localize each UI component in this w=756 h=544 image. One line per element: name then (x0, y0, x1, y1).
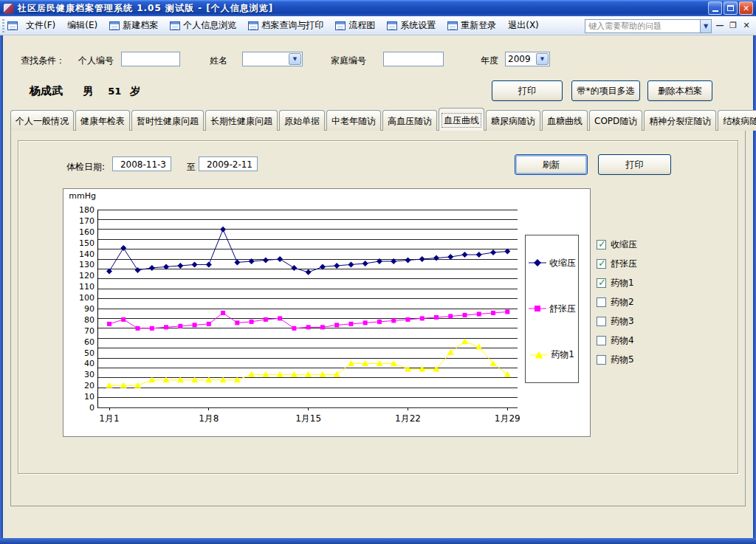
checkbox[interactable] (597, 355, 606, 365)
menu-item-3[interactable]: 个人信息浏览 (165, 16, 241, 35)
menu-item-0[interactable]: 文件(F) (21, 16, 61, 35)
year-combobox[interactable]: 2009 ▼ (505, 52, 550, 66)
menu-item-8[interactable]: 退出(X) (503, 16, 544, 35)
tab-7[interactable]: 血压曲线 (439, 108, 484, 131)
tab-3[interactable]: 长期性健康问题 (205, 110, 278, 131)
menu-item-5[interactable]: 流程图 (330, 16, 380, 35)
checkbox[interactable]: ✓ (597, 278, 606, 288)
patient-gender: 男 (83, 85, 94, 97)
bp-chart: 1801701601501401301201101009080706050403… (63, 188, 591, 437)
checkbox-label: 药物3 (611, 315, 634, 328)
toolbar-grip[interactable] (2, 19, 4, 32)
series-checkbox-list: ✓收缩压✓舒张压✓药物1药物2药物3药物4药物5 (597, 235, 637, 369)
legend-entry-systolic: 收缩压 (526, 257, 578, 269)
date-to-input[interactable]: 2009-2-11 (199, 156, 258, 171)
checkbox[interactable] (597, 317, 606, 326)
window-frame-left (0, 35, 3, 544)
print-button[interactable]: 打印 (492, 80, 563, 101)
checkbox[interactable] (597, 336, 606, 345)
help-search-input[interactable] (585, 20, 700, 32)
legend-label: 收缩压 (549, 257, 576, 269)
form-icon (109, 21, 120, 30)
year-label: 年度 (481, 55, 498, 67)
menu-item-1[interactable]: 编辑(E) (62, 16, 103, 35)
svg-text:110: 110 (79, 282, 94, 292)
menu-item-2[interactable]: 新建档案 (104, 16, 163, 35)
triangle-marker-icon (529, 351, 549, 359)
svg-text:20: 20 (84, 381, 94, 390)
title-bar[interactable]: 社区居民健康档案管理系统 1.05 测试版 - [个人信息浏览] ✕ (0, 0, 756, 16)
tab-9[interactable]: 血糖曲线 (542, 110, 588, 131)
menu-item-4[interactable]: 档案查询与打印 (243, 16, 329, 35)
tab-label: 血糖曲线 (547, 116, 583, 126)
svg-text:60: 60 (84, 337, 94, 347)
svg-text:30: 30 (84, 370, 94, 379)
delete-record-button[interactable]: 删除本档案 (647, 80, 712, 101)
minimize-button[interactable] (708, 1, 722, 15)
menu-item-label: 系统设置 (400, 19, 436, 32)
year-combobox-value: 2009 (506, 52, 535, 66)
tab-0[interactable]: 个人一般情况 (10, 110, 74, 131)
date-from-input[interactable]: 2008-11-3 (112, 156, 171, 171)
tab-label: 健康年检表 (80, 116, 125, 126)
maximize-icon (727, 5, 734, 11)
tab-10[interactable]: COPD随访 (589, 110, 642, 131)
child-minimize-button[interactable]: — (715, 20, 725, 31)
menu-item-6[interactable]: 系统设置 (382, 16, 441, 35)
menu-item-label: 编辑(E) (67, 19, 97, 32)
chart-legend: 收缩压 舒张压 药物1 (525, 235, 579, 383)
legend-label: 药物1 (551, 348, 574, 361)
tab-6[interactable]: 高血压随访 (382, 110, 437, 131)
refresh-button[interactable]: 刷新 (515, 154, 588, 175)
form-icon (170, 21, 180, 30)
patient-age: 51 (108, 86, 121, 97)
app-icon (3, 3, 14, 14)
menu-item-7[interactable]: 重新登录 (442, 16, 501, 35)
close-button[interactable]: ✕ (739, 1, 753, 15)
series-checkbox-row-3: 药物2 (597, 292, 637, 311)
tab-12[interactable]: 结核病随访 (718, 110, 756, 131)
help-dropdown-arrow-icon[interactable]: ▼ (700, 20, 711, 32)
tab-1[interactable]: 健康年检表 (75, 110, 130, 131)
application-window: 社区居民健康档案管理系统 1.05 测试版 - [个人信息浏览] ✕ 文件(F)… (0, 0, 756, 544)
maximize-button[interactable] (724, 1, 738, 15)
checkbox[interactable]: ✓ (597, 240, 606, 249)
checkbox-label: 收缩压 (611, 238, 637, 251)
series-checkbox-row-2: ✓药物1 (597, 273, 637, 292)
form-icon (447, 21, 458, 30)
series-checkbox-row-6: 药物5 (597, 350, 637, 369)
tab-label: 中老年随访 (331, 116, 376, 126)
multi-select-button[interactable]: 带*的项目多选 (571, 80, 640, 101)
tab-8[interactable]: 糖尿病随访 (486, 110, 540, 131)
checkbox-label: 舒张压 (611, 258, 637, 270)
personal-id-input[interactable] (121, 52, 180, 66)
tab-2[interactable]: 暂时性健康问题 (131, 110, 204, 131)
child-restore-button[interactable]: ❐ (728, 20, 738, 31)
checkbox[interactable]: ✓ (597, 259, 606, 269)
patient-age-unit: 岁 (130, 85, 140, 97)
help-search-box: ▼ (585, 19, 712, 33)
chevron-down-icon[interactable]: ▼ (289, 53, 301, 65)
tab-4[interactable]: 原始单据 (279, 110, 325, 131)
tab-11[interactable]: 精神分裂症随访 (644, 110, 716, 131)
form-icon (387, 21, 397, 30)
tab-5[interactable]: 中老年随访 (326, 110, 381, 131)
tab-label: 精神分裂症随访 (649, 116, 711, 126)
legend-entry-diastolic: 舒张压 (526, 303, 578, 315)
bp-chart-svg: 1801701601501401301201101009080706050403… (63, 189, 590, 436)
tab-label: 血压曲线 (444, 115, 479, 125)
svg-text:80: 80 (84, 315, 94, 325)
menu-item-label: 档案查询与打印 (261, 19, 323, 32)
name-label: 姓名 (210, 55, 227, 67)
series-checkbox-row-5: 药物4 (597, 331, 637, 350)
patient-name: 杨成武 (30, 84, 63, 97)
child-close-button[interactable]: ✕ (741, 20, 752, 31)
tab-label: 糖尿病随访 (491, 116, 535, 126)
mdi-child-icon (7, 21, 18, 30)
family-id-input[interactable] (383, 52, 444, 66)
chevron-down-icon[interactable]: ▼ (536, 53, 549, 65)
checkbox[interactable] (597, 297, 606, 307)
menu-item-label: 个人信息浏览 (183, 19, 236, 32)
name-combobox[interactable]: ▼ (242, 52, 303, 66)
chart-print-button[interactable]: 打印 (598, 154, 671, 175)
